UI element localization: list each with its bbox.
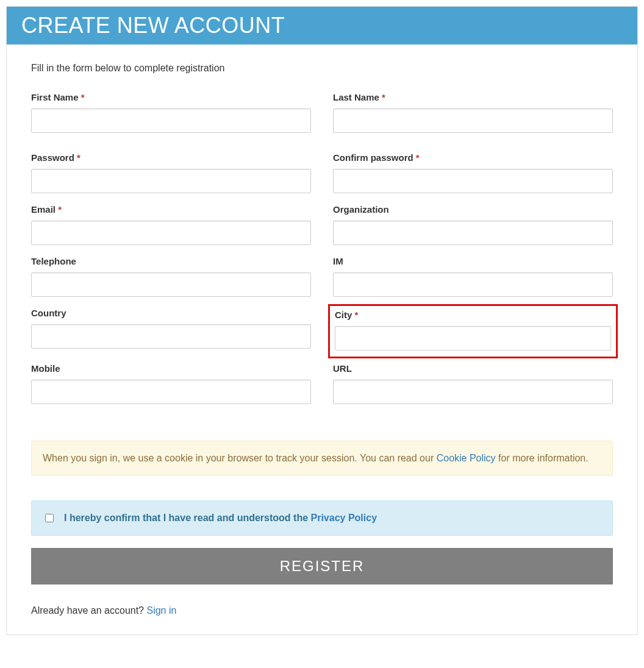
instruction-text: Fill in the form below to complete regis…: [31, 63, 613, 74]
first-name-input[interactable]: [31, 108, 311, 133]
last-name-label: Last Name *: [333, 92, 613, 102]
cookie-notice-text-after: for more information.: [496, 453, 589, 463]
im-input[interactable]: [333, 272, 613, 297]
required-star: *: [355, 310, 359, 320]
panel-header: CREATE NEW ACCOUNT: [7, 7, 637, 44]
required-star: *: [58, 204, 62, 215]
organization-input[interactable]: [333, 221, 613, 245]
privacy-confirm-text: I hereby confirm that I have read and un…: [64, 511, 377, 525]
last-name-input[interactable]: [333, 108, 613, 133]
signin-link[interactable]: Sign in: [146, 605, 176, 616]
cookie-policy-link[interactable]: Cookie Policy: [437, 453, 496, 463]
country-group: Country: [31, 308, 311, 352]
first-name-label: First Name *: [31, 92, 311, 102]
email-input[interactable]: [31, 221, 311, 245]
panel-body: Fill in the form below to complete regis…: [7, 44, 637, 634]
city-label: City *: [335, 310, 611, 320]
confirm-password-group: Confirm password *: [333, 152, 613, 193]
city-highlight: City *: [328, 304, 618, 358]
mobile-group: Mobile: [31, 363, 311, 404]
confirm-password-label: Confirm password *: [333, 152, 613, 163]
page-title: CREATE NEW ACCOUNT: [21, 13, 623, 38]
telephone-group: Telephone: [31, 256, 311, 297]
register-button[interactable]: REGISTER: [31, 548, 613, 584]
required-star: *: [416, 152, 420, 163]
city-input[interactable]: [335, 326, 611, 350]
organization-label: Organization: [333, 204, 613, 215]
url-label: URL: [333, 363, 613, 374]
privacy-policy-link[interactable]: Privacy Policy: [311, 513, 377, 523]
organization-group: Organization: [333, 204, 613, 245]
password-group: Password *: [31, 152, 311, 193]
cookie-notice: When you sign in, we use a cookie in you…: [31, 441, 613, 476]
city-group: City *: [335, 310, 611, 350]
first-name-group: First Name *: [31, 92, 311, 133]
password-input[interactable]: [31, 169, 311, 193]
country-label: Country: [31, 308, 311, 318]
country-input[interactable]: [31, 324, 311, 349]
mobile-label: Mobile: [31, 363, 311, 374]
url-input[interactable]: [333, 380, 613, 404]
password-label: Password *: [31, 152, 311, 163]
cookie-notice-text-before: When you sign in, we use a cookie in you…: [43, 453, 437, 463]
confirm-password-input[interactable]: [333, 169, 613, 193]
telephone-input[interactable]: [31, 272, 311, 297]
form-grid: First Name * Last Name * Password * Conf…: [31, 92, 613, 404]
privacy-confirm: I hereby confirm that I have read and un…: [31, 500, 613, 536]
privacy-checkbox[interactable]: [45, 514, 54, 522]
last-name-group: Last Name *: [333, 92, 613, 133]
required-star: *: [77, 152, 80, 163]
im-group: IM: [333, 256, 613, 297]
im-label: IM: [333, 256, 613, 266]
signin-row: Already have an account? Sign in: [31, 605, 613, 616]
required-star: *: [382, 92, 385, 102]
email-group: Email *: [31, 204, 311, 245]
required-star: *: [81, 92, 85, 102]
signin-prompt: Already have an account?: [31, 605, 146, 616]
email-label: Email *: [31, 204, 311, 215]
telephone-label: Telephone: [31, 256, 311, 266]
registration-panel: CREATE NEW ACCOUNT Fill in the form belo…: [6, 6, 638, 635]
url-group: URL: [333, 363, 613, 404]
mobile-input[interactable]: [31, 380, 311, 404]
